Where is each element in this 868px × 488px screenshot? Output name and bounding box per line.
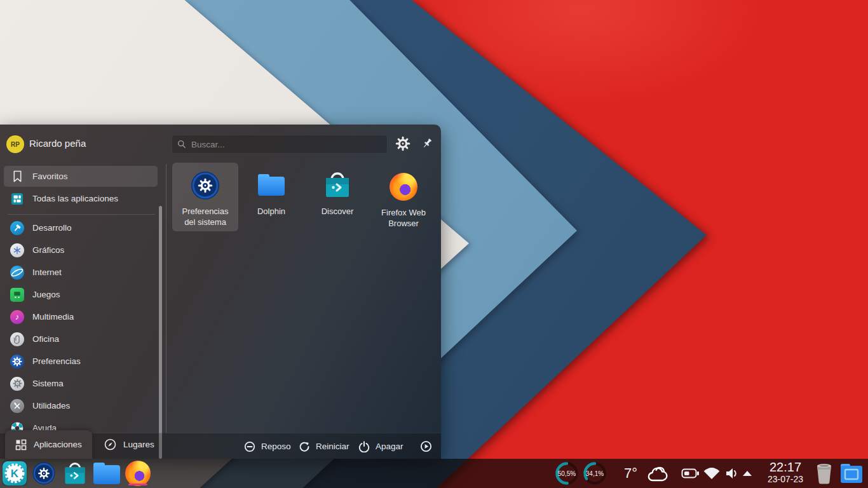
sidebar-item-preferencias[interactable]: Preferencias	[4, 351, 158, 372]
shutdown-button[interactable]: Apagar	[358, 433, 403, 459]
sidebar-vertical-separator	[166, 164, 166, 433]
suspend-button[interactable]: Reposo	[244, 433, 291, 459]
kde-logo-icon: K	[3, 461, 27, 485]
menu-footer: Aplicaciones Lugares Reposo Reiniciar	[0, 433, 441, 459]
discover-bag-icon	[323, 170, 351, 200]
leave-session-icon	[420, 440, 432, 452]
gear-icon	[10, 355, 24, 369]
sidebar-scrollbar[interactable]	[159, 206, 162, 459]
firefox-launcher[interactable]	[125, 461, 151, 486]
favorite-preferencias-del-sistema[interactable]: Preferencias del sistema	[172, 163, 238, 231]
sidebar-item-oficina[interactable]: Oficina	[4, 329, 158, 349]
restart-button[interactable]: Reiniciar	[299, 433, 349, 459]
wifi-icon	[703, 466, 721, 480]
trash-icon	[815, 463, 834, 484]
sidebar-item-desarrollo[interactable]: Desarrollo	[4, 217, 158, 238]
svg-text:K: K	[11, 468, 19, 480]
favorite-firefox[interactable]: Firefox Web Browser	[370, 163, 437, 231]
network-widget[interactable]	[703, 466, 721, 480]
sidebar-item-graficos[interactable]: Gráficos	[4, 240, 158, 261]
application-launcher-button[interactable]: K	[2, 461, 27, 486]
tab-lugares[interactable]: Lugares	[94, 430, 165, 459]
running-task-indicator	[128, 484, 147, 485]
pin-icon	[420, 137, 434, 151]
firefox-icon	[390, 173, 417, 201]
globe-icon	[10, 266, 24, 280]
taskbar: K 50,5%	[0, 459, 868, 488]
sidebar-item-favoritos[interactable]: Favoritos	[4, 166, 158, 187]
search-box[interactable]	[172, 135, 388, 154]
sidebar-item-utilidades[interactable]: Utilidades	[4, 395, 158, 416]
tab-aplicaciones[interactable]: Aplicaciones	[5, 430, 92, 459]
sidebar-item-todas-las-aplicaciones[interactable]: Todas las aplicaciones	[4, 188, 158, 209]
weather-widget[interactable]	[647, 464, 671, 483]
hammer-icon	[10, 221, 24, 235]
gamepad-icon	[10, 288, 24, 302]
dolphin-launcher[interactable]	[93, 461, 119, 486]
shutdown-icon	[358, 441, 370, 452]
paperclip-icon	[10, 332, 24, 346]
discover-bag-icon	[63, 461, 87, 486]
gear-icon	[395, 136, 410, 151]
compass-icon	[104, 438, 116, 451]
gear-icon	[10, 377, 24, 391]
configure-button[interactable]	[393, 133, 413, 154]
firefox-icon	[125, 461, 151, 486]
caret-up-icon	[742, 470, 752, 477]
system-settings-launcher[interactable]	[31, 461, 57, 486]
cpu-gauge-2[interactable]: 34,1%	[581, 460, 608, 487]
snowflake-icon	[10, 243, 24, 257]
favorite-dolphin[interactable]: Dolphin	[238, 163, 304, 231]
battery-icon	[681, 468, 700, 479]
volume-widget[interactable]	[725, 467, 739, 480]
sidebar-item-sistema[interactable]: Sistema	[4, 373, 158, 394]
application-launcher-menu: RP Ricardo peña	[0, 125, 441, 459]
cpu-gauge-1[interactable]: 50,5%	[553, 460, 580, 487]
system-settings-icon	[190, 170, 220, 201]
pin-button[interactable]	[417, 133, 437, 154]
show-desktop-folder-icon	[840, 464, 863, 483]
cloud-icon	[647, 464, 671, 483]
sidebar-item-juegos[interactable]: Juegos	[4, 284, 158, 305]
bookmark-icon	[10, 170, 24, 184]
temperature-readout[interactable]: 7°	[624, 459, 637, 488]
favorite-discover[interactable]: Discover	[304, 163, 370, 231]
show-desktop-widget[interactable]	[840, 464, 863, 483]
music-note-icon: ♪	[10, 310, 24, 324]
sidebar-item-multimedia[interactable]: ♪ Multimedia	[4, 306, 158, 327]
restart-icon	[299, 441, 310, 452]
trash-widget[interactable]	[815, 463, 834, 484]
sidebar-item-internet[interactable]: Internet	[4, 262, 158, 283]
search-input[interactable]	[191, 140, 369, 149]
app-grid-icon	[15, 439, 27, 451]
menu-sidebar: Favoritos Todas las aplicaciones Desarro…	[0, 164, 166, 433]
app-grid-icon	[10, 192, 24, 206]
search-icon	[177, 140, 186, 149]
battery-widget[interactable]	[681, 468, 700, 479]
suspend-icon	[244, 441, 255, 452]
system-settings-icon	[32, 461, 56, 485]
leave-button[interactable]	[420, 433, 432, 459]
folder-icon	[258, 174, 285, 196]
avatar[interactable]: RP	[6, 135, 24, 153]
tools-icon	[10, 399, 24, 413]
expand-tray-button[interactable]	[742, 470, 752, 477]
sidebar-separator	[8, 214, 155, 215]
folder-icon	[93, 463, 119, 484]
menu-header: RP Ricardo peña	[0, 125, 441, 164]
discover-launcher[interactable]	[62, 461, 88, 486]
user-name: Ricardo peña	[29, 138, 86, 149]
volume-icon	[725, 467, 739, 480]
digital-clock[interactable]: 22:17 23-07-23	[757, 460, 813, 487]
